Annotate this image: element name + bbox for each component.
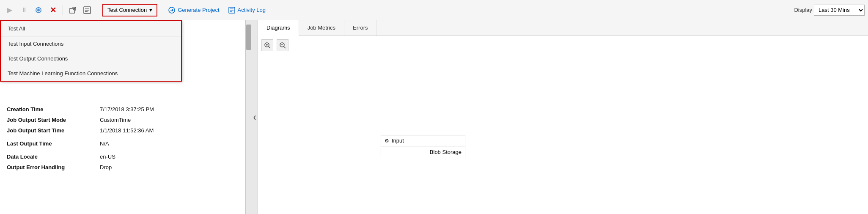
property-row: Creation Time 7/17/2018 3:37:25 PM xyxy=(7,104,238,115)
svg-point-1 xyxy=(37,9,40,11)
diagram-node-input-blob[interactable]: ⚙ Input Blob Storage xyxy=(381,135,465,158)
svg-rect-2 xyxy=(38,7,39,8)
zoom-out-icon xyxy=(279,42,286,49)
collapse-handle[interactable]: ❮ xyxy=(251,20,258,214)
prop-value-output-start-time: 1/1/2018 11:52:36 AM xyxy=(100,127,154,134)
properties-panel: Creation Time 7/17/2018 3:37:25 PM Job O… xyxy=(0,101,245,214)
node-gear-icon: ⚙ xyxy=(385,138,389,144)
main-content: Test All Test Input Connections Test Out… xyxy=(0,20,868,214)
tabs-bar: Diagrams Job Metrics Errors xyxy=(258,20,868,36)
diagram-canvas: ⚙ Input Blob Storage xyxy=(258,55,868,214)
activity-log-link[interactable]: Activity Log xyxy=(225,5,269,16)
property-row: Last Output Time N/A xyxy=(7,138,238,149)
diagram-area: ⚙ Input Blob Storage xyxy=(258,36,868,214)
external-link-icon xyxy=(69,6,77,14)
generate-project-link[interactable]: Generate Project xyxy=(165,5,222,16)
prop-label-output-start-time: Job Output Start Time xyxy=(7,127,100,134)
vertical-scrollbar[interactable] xyxy=(245,20,251,214)
separator-2 xyxy=(97,5,97,15)
close-button[interactable]: ✕ xyxy=(47,4,59,16)
scrollbar-thumb[interactable] xyxy=(246,25,251,50)
node-header-label: Input xyxy=(392,137,404,144)
node-body: Blob Storage xyxy=(381,146,465,158)
refresh-button[interactable] xyxy=(32,4,45,16)
node-body-label: Blob Storage xyxy=(430,149,461,155)
prop-value-creation-time: 7/17/2018 3:37:25 PM xyxy=(100,106,154,112)
display-select[interactable]: Last 30 Mins Last 1 Hour Last 24 Hours xyxy=(814,5,865,16)
svg-line-15 xyxy=(269,47,270,48)
separator-1 xyxy=(63,5,63,15)
zoom-in-icon xyxy=(264,42,271,49)
tab-errors[interactable]: Errors xyxy=(344,20,376,36)
prop-label-data-locale: Data Locale xyxy=(7,154,100,160)
dropdown-test-ml[interactable]: Test Machine Learning Function Connectio… xyxy=(1,66,181,81)
right-panel: Diagrams Job Metrics Errors xyxy=(258,20,868,214)
edit-button[interactable] xyxy=(81,4,93,16)
prop-label-creation-time: Creation Time xyxy=(7,106,100,112)
separator-3 xyxy=(161,5,161,15)
prop-label-last-output-time: Last Output Time xyxy=(7,140,100,147)
edit-icon xyxy=(83,6,91,14)
collapse-icon: ❮ xyxy=(253,115,256,120)
prop-value-last-output-time: N/A xyxy=(100,140,109,147)
prop-value-data-locale: en-US xyxy=(100,154,115,160)
prop-value-output-error: Drop xyxy=(100,164,112,170)
zoom-in-button[interactable] xyxy=(261,39,273,51)
property-row: Job Output Start Mode CustomTime xyxy=(7,115,238,125)
zoom-controls xyxy=(258,36,868,55)
prop-label-output-error: Output Error Handling xyxy=(7,164,100,170)
dropdown-test-output[interactable]: Test Output Connections xyxy=(1,51,181,66)
toolbar: ▶ ⏸ ✕ Test Connection ▾ xyxy=(0,0,868,20)
tab-job-metrics[interactable]: Job Metrics xyxy=(299,20,344,36)
prop-value-output-start-mode: CustomTime xyxy=(100,117,131,123)
dropdown-test-input[interactable]: Test Input Connections xyxy=(1,36,181,51)
left-panel: Test All Test Input Connections Test Out… xyxy=(0,20,245,214)
tab-diagrams[interactable]: Diagrams xyxy=(258,20,299,36)
test-connection-arrow: ▾ xyxy=(149,7,152,13)
test-connection-dropdown: Test All Test Input Connections Test Out… xyxy=(0,20,182,82)
activity-log-label: Activity Log xyxy=(238,7,266,13)
generate-project-icon xyxy=(168,6,176,14)
refresh-icon xyxy=(35,6,42,14)
property-row: Job Output Start Time 1/1/2018 11:52:36 … xyxy=(7,125,238,136)
dropdown-test-all[interactable]: Test All xyxy=(1,21,181,36)
node-header: ⚙ Input xyxy=(381,135,465,146)
svg-line-19 xyxy=(284,47,286,48)
activity-log-icon xyxy=(228,6,236,14)
zoom-out-button[interactable] xyxy=(277,39,288,51)
property-row: Output Error Handling Drop xyxy=(7,162,238,173)
property-row: Data Locale en-US xyxy=(7,151,238,162)
display-label: Display xyxy=(794,7,812,13)
prop-label-output-start-mode: Job Output Start Mode xyxy=(7,117,100,123)
test-connection-label: Test Connection xyxy=(107,7,147,13)
play-button[interactable]: ▶ xyxy=(3,4,16,16)
generate-project-label: Generate Project xyxy=(178,7,219,13)
test-connection-button[interactable]: Test Connection ▾ xyxy=(102,4,157,16)
external-link-button[interactable] xyxy=(66,4,79,16)
pause-button[interactable]: ⏸ xyxy=(18,4,30,16)
